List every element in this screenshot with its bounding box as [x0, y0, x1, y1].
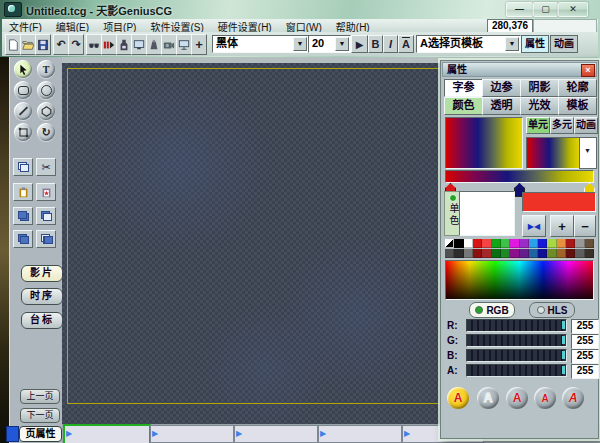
underline-button[interactable]: A	[398, 35, 414, 53]
mode-button-logo[interactable]: 台标	[21, 312, 63, 329]
select-tool[interactable]	[14, 60, 32, 78]
color-picker[interactable]	[445, 260, 594, 300]
palette-swatch-3[interactable]	[473, 249, 482, 258]
tab-single-unit[interactable]: 单元	[526, 117, 550, 134]
camera-button[interactable]	[161, 34, 177, 55]
palette-swatch-11[interactable]	[547, 249, 556, 258]
open-file-button[interactable]	[20, 34, 36, 55]
palette-swatch-4[interactable]	[482, 239, 491, 248]
palette-swatch-9[interactable]	[529, 239, 538, 248]
channel-slider-b[interactable]	[466, 349, 567, 362]
tab-char-params[interactable]: 字参	[444, 79, 483, 97]
palette-swatch-13[interactable]	[566, 249, 575, 258]
network-monitor-button[interactable]	[176, 34, 192, 55]
play-button[interactable]: ▶	[351, 35, 368, 53]
render-device-button[interactable]	[131, 34, 147, 55]
palette-swatch-1[interactable]	[454, 239, 463, 248]
palette-swatch-14[interactable]	[575, 239, 584, 248]
page-thumbnail-0[interactable]: ▶	[63, 424, 151, 443]
palette-swatch-13[interactable]	[566, 239, 575, 248]
color-swatch-box[interactable]	[459, 191, 515, 236]
tab-light-effect[interactable]: 光效	[520, 97, 559, 115]
new-file-button[interactable]	[5, 34, 21, 55]
animation-toggle[interactable]: 动画	[550, 35, 578, 53]
rotate-tool[interactable]: ↻	[37, 123, 55, 141]
next-page-button[interactable]: 下一页	[20, 408, 60, 423]
prev-page-button[interactable]: 上一页	[20, 389, 60, 404]
panel-title-bar[interactable]: 属性 ×	[442, 62, 597, 77]
ungroup-button[interactable]	[36, 230, 56, 248]
current-color-bar[interactable]	[522, 192, 596, 212]
channel-value-b[interactable]: 255	[571, 349, 599, 364]
crosshair-button[interactable]: +	[191, 34, 207, 55]
template-select[interactable]: A选择页模板 ▼	[416, 35, 521, 53]
style-button-face[interactable]: A	[447, 387, 469, 409]
palette-swatch-12[interactable]	[557, 249, 566, 258]
ink-tool-button[interactable]	[116, 34, 132, 55]
minimize-button[interactable]: —	[506, 2, 533, 17]
undo-button[interactable]: ↶	[53, 34, 69, 55]
style-button-shadow[interactable]: A	[534, 387, 556, 409]
page-thumbnail-2[interactable]: ▶	[234, 425, 318, 443]
channel-slider-r[interactable]	[466, 319, 567, 332]
gradient-preview-large[interactable]	[445, 117, 523, 169]
chevron-down-icon[interactable]: ▼	[335, 37, 349, 51]
line-tool[interactable]	[14, 102, 32, 120]
bold-button[interactable]: B	[368, 35, 383, 53]
paste-special-button[interactable]	[36, 183, 56, 201]
palette-swatch-11[interactable]	[547, 239, 556, 248]
palette-swatch-14[interactable]	[575, 249, 584, 258]
single-color-strip[interactable]: 单色	[444, 191, 460, 236]
channel-slider-a[interactable]	[466, 364, 567, 377]
tab-multi-unit[interactable]: 多元	[550, 117, 574, 134]
gradient-combo-preview[interactable]	[526, 137, 581, 169]
palette-swatch-15[interactable]	[585, 249, 594, 258]
palette-swatch-6[interactable]	[501, 239, 510, 248]
tab-edge-params[interactable]: 边参	[482, 79, 521, 97]
palette-swatch-6[interactable]	[501, 249, 510, 258]
font-family-select[interactable]: 黑体 ▼	[212, 35, 309, 53]
page-properties-button[interactable]: 页属性	[19, 426, 62, 442]
palette-swatch-10[interactable]	[538, 239, 547, 248]
palette-swatch-8[interactable]	[520, 249, 529, 258]
mode-button-sequence[interactable]: 时序	[21, 288, 63, 305]
text-tool[interactable]: T	[37, 60, 55, 78]
panel-close-button[interactable]: ×	[581, 64, 595, 77]
page-color-chip[interactable]	[6, 426, 19, 442]
signal-device-button[interactable]	[146, 34, 162, 55]
page-thumbnail-3[interactable]: ▶	[318, 425, 402, 443]
style-button-italic[interactable]: A	[562, 387, 584, 409]
properties-toggle[interactable]: 属性	[521, 35, 549, 53]
cut-button[interactable]: ✂	[36, 158, 56, 176]
tab-animation[interactable]: 动画	[574, 117, 598, 134]
palette-swatch-0[interactable]	[445, 239, 454, 248]
palette-swatch-0[interactable]	[445, 249, 454, 258]
palette-swatch-12[interactable]	[557, 239, 566, 248]
palette-swatch-3[interactable]	[473, 239, 482, 248]
style-button-edge[interactable]: A	[506, 387, 528, 409]
palette-swatch-8[interactable]	[520, 239, 529, 248]
rounded-rect-tool[interactable]	[14, 81, 32, 99]
color-space-hls[interactable]: HLS	[529, 302, 575, 318]
style-button-outline[interactable]: A	[477, 387, 499, 409]
send-backward-button[interactable]	[36, 207, 56, 225]
mode-button-film[interactable]: 影片	[21, 265, 63, 282]
transform-rect-tool[interactable]	[14, 123, 32, 141]
group-button[interactable]	[13, 230, 33, 248]
preview-button[interactable]	[86, 34, 102, 55]
record-play-button[interactable]	[101, 34, 117, 55]
palette-swatch-2[interactable]	[464, 239, 473, 248]
channel-slider-g[interactable]	[466, 334, 567, 347]
gradient-bar[interactable]	[445, 170, 594, 183]
tab-outline[interactable]: 轮廓	[558, 79, 597, 97]
polygon-tool[interactable]	[37, 102, 55, 120]
chevron-down-icon[interactable]: ▼	[293, 37, 307, 51]
font-size-select[interactable]: 20 ▼	[308, 35, 351, 53]
page-thumbnail-1[interactable]: ▶	[150, 425, 234, 443]
remove-color-button[interactable]: −	[574, 215, 596, 237]
swap-colors-button[interactable]: ▶◀	[522, 215, 546, 237]
tab-transparency[interactable]: 透明	[482, 97, 521, 115]
palette-swatch-9[interactable]	[529, 249, 538, 258]
save-button[interactable]	[35, 34, 51, 55]
palette-swatch-15[interactable]	[585, 239, 594, 248]
